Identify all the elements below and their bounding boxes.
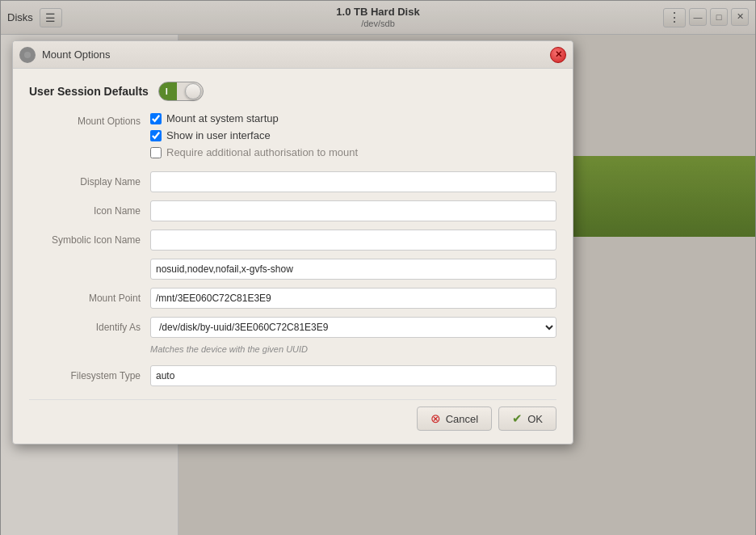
- mount-point-row: Mount Point /mnt/3EE060C72C81E3E9: [29, 288, 556, 309]
- modal-close-button[interactable]: ✕: [550, 47, 566, 63]
- checkbox-ui-label: Show in user interface: [166, 129, 271, 141]
- display-name-input[interactable]: [150, 171, 556, 192]
- checkbox-row-auth: Require additional authorisation to moun…: [150, 146, 556, 158]
- filesystem-type-row: Filesystem Type auto: [29, 365, 556, 386]
- checkbox-row-startup: Mount at system startup: [150, 112, 556, 124]
- checkbox-auth-label: Require additional authorisation to moun…: [166, 146, 358, 158]
- modal-overlay: Mount Options ✕ User Session Defaults I …: [0, 0, 756, 535]
- identify-as-hint: Matches the device with the given UUID: [150, 344, 556, 354]
- mount-point-input[interactable]: /mnt/3EE060C72C81E3E9: [150, 288, 556, 309]
- checkbox-auth[interactable]: [150, 147, 162, 158]
- ok-label: OK: [527, 413, 543, 425]
- symbolic-icon-name-row: Symbolic Icon Name: [29, 230, 556, 251]
- toggle-knob: [185, 83, 201, 99]
- cancel-icon: ⊗: [430, 411, 441, 426]
- cancel-label: Cancel: [446, 413, 478, 425]
- modal-icon: [19, 47, 36, 63]
- symbolic-icon-name-label: Symbolic Icon Name: [29, 234, 150, 246]
- ok-button[interactable]: ✔ OK: [498, 407, 556, 431]
- mount-options-label: Mount Options: [29, 112, 150, 127]
- icon-name-row: Icon Name: [29, 200, 556, 221]
- icon-name-control: [150, 200, 556, 221]
- modal-title: Mount Options: [42, 48, 111, 61]
- mount-point-control: /mnt/3EE060C72C81E3E9: [150, 288, 556, 309]
- identify-as-select[interactable]: /dev/disk/by-uuid/3EE060C72C81E3E9: [150, 317, 556, 338]
- svg-point-0: [24, 52, 31, 58]
- symbolic-icon-name-input[interactable]: [150, 230, 556, 251]
- symbolic-icon-name-control: [150, 230, 556, 251]
- session-defaults-row: User Session Defaults I: [29, 82, 556, 101]
- modal-titlebar: Mount Options ✕: [13, 41, 573, 69]
- display-name-row: Display Name: [29, 171, 556, 192]
- mount-point-label: Mount Point: [29, 293, 150, 304]
- display-name-control: [150, 171, 556, 192]
- filesystem-type-input[interactable]: auto: [150, 365, 556, 386]
- mount-options-checkboxes: Mount at system startup Show in user int…: [150, 112, 556, 163]
- checkbox-row-ui: Show in user interface: [150, 129, 556, 141]
- filesystem-type-label: Filesystem Type: [29, 370, 150, 381]
- identify-as-label: Identify As: [29, 322, 150, 333]
- filesystem-type-control: auto: [150, 365, 556, 386]
- modal-body: User Session Defaults I Mount Options Mo…: [13, 69, 573, 444]
- session-defaults-toggle[interactable]: I: [158, 82, 204, 101]
- mount-flags-row: nosuid,nodev,nofail,x-gvfs-show: [29, 259, 556, 280]
- mount-options-dialog: Mount Options ✕ User Session Defaults I …: [12, 40, 573, 444]
- identify-as-row: Identify As /dev/disk/by-uuid/3EE060C72C…: [29, 317, 556, 338]
- button-row: ⊗ Cancel ✔ OK: [29, 399, 556, 431]
- checkbox-startup-label: Mount at system startup: [166, 112, 279, 124]
- icon-name-input[interactable]: [150, 200, 556, 221]
- toggle-on-text: I: [166, 86, 168, 96]
- ok-icon: ✔: [512, 411, 523, 426]
- mount-flags-input[interactable]: nosuid,nodev,nofail,x-gvfs-show: [150, 259, 556, 280]
- icon-name-label: Icon Name: [29, 205, 150, 217]
- mount-options-row: Mount Options Mount at system startup Sh…: [29, 112, 556, 163]
- checkbox-startup[interactable]: [150, 113, 162, 124]
- display-name-label: Display Name: [29, 176, 150, 187]
- checkbox-ui[interactable]: [150, 130, 162, 141]
- form-section: Mount Options Mount at system startup Sh…: [29, 112, 556, 386]
- mount-flags-control: nosuid,nodev,nofail,x-gvfs-show: [150, 259, 556, 280]
- cancel-button[interactable]: ⊗ Cancel: [417, 407, 492, 431]
- identify-as-control: /dev/disk/by-uuid/3EE060C72C81E3E9: [150, 317, 556, 338]
- session-defaults-label: User Session Defaults: [29, 85, 149, 98]
